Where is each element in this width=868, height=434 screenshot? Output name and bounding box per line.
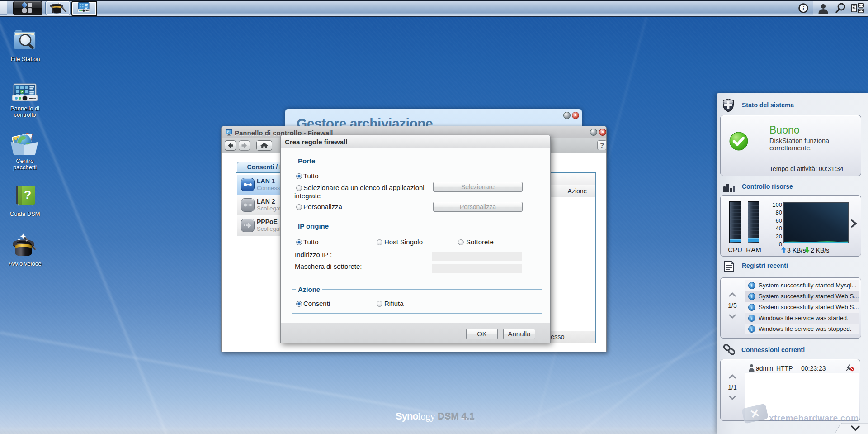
svg-text:?: ? bbox=[24, 188, 32, 202]
svg-text:i: i bbox=[802, 5, 804, 12]
